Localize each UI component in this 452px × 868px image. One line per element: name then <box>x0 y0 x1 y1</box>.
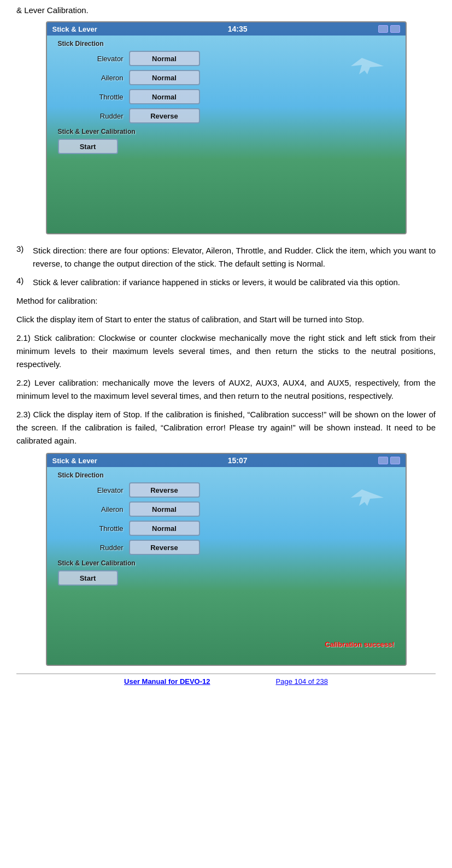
device-screenshot-2: Stick & Lever 15:07 Stick Direction Elev… <box>46 453 407 666</box>
device-screenshot-1: Stick & Lever 14:35 Stick Direction Elev… <box>46 21 407 234</box>
screen1-btn-2[interactable]: Normal <box>129 89 200 104</box>
screen2-section-title: Stick Direction <box>58 471 395 479</box>
page-title: & Lever Calibration. <box>16 5 436 15</box>
screen2-start-button[interactable]: Start <box>58 570 118 586</box>
screen1-label-0: Elevator <box>58 55 129 63</box>
screen2-label-1: Aileron <box>58 505 129 513</box>
item4-text: Stick & lever calibration: if variance h… <box>33 276 436 289</box>
footer-manual-label: User Manual for DEVO-12 <box>124 677 210 686</box>
screen1-time: 14:35 <box>228 25 248 33</box>
method-header: Method for calibration: <box>16 294 436 308</box>
screen2-row-1: Aileron Normal <box>58 501 395 517</box>
screen1-btn-3[interactable]: Reverse <box>129 108 200 123</box>
screen2-row-2: Throttle Normal <box>58 521 395 536</box>
screen1-label-2: Throttle <box>58 93 129 101</box>
signal-icon <box>390 25 400 33</box>
plane-decoration-icon <box>345 55 389 77</box>
screen1-row-0: Elevator Normal <box>58 51 395 66</box>
screen2-label-0: Elevator <box>58 486 129 494</box>
item3-num: 3) <box>16 244 28 270</box>
screen1-start-button[interactable]: Start <box>58 139 118 154</box>
screen1-body: Stick Direction Elevator Normal Aileron … <box>47 36 406 158</box>
screen2-btn-0[interactable]: Reverse <box>129 482 200 498</box>
screen2-time: 15:07 <box>228 456 248 465</box>
paragraph-3: 3) Stick direction: there are four optio… <box>16 244 436 270</box>
item3-text: Stick direction: there are four options:… <box>33 244 436 270</box>
signal-icon-2 <box>390 457 400 464</box>
plane-decoration-icon-2 <box>345 487 389 509</box>
screen2-calibration-title: Stick & Lever Calibration <box>58 559 395 567</box>
screen2-body: Stick Direction Elevator Reverse Aileron… <box>47 467 406 590</box>
screen1-row-1: Aileron Normal <box>58 70 395 85</box>
item4-num: 4) <box>16 276 28 289</box>
screen2-row-0: Elevator Reverse <box>58 482 395 498</box>
screen2-btn-3[interactable]: Reverse <box>129 540 200 555</box>
calibration-success-msg: Calibration success! <box>325 640 394 648</box>
screen1-btn-0[interactable]: Normal <box>129 51 200 66</box>
screen1-section-title: Stick Direction <box>58 40 395 48</box>
screen2-btn-2[interactable]: Normal <box>129 521 200 536</box>
screen2-row-3: Rudder Reverse <box>58 540 395 555</box>
screen1-header: Stick & Lever 14:35 <box>47 22 406 36</box>
screen2-btn-1[interactable]: Normal <box>129 501 200 517</box>
screen1-btn-1[interactable]: Normal <box>129 70 200 85</box>
screen2-title: Stick & Lever <box>52 457 97 465</box>
screen2-icons <box>378 457 400 464</box>
page-content: & Lever Calibration. Stick & Lever 14:35… <box>16 5 436 686</box>
screen2-label-2: Throttle <box>58 524 129 533</box>
screen1-row-3: Rudder Reverse <box>58 108 395 123</box>
p23-text: 2.3) Click the display item of Stop. If … <box>16 408 436 447</box>
click-start-text: Click the display item of Start to enter… <box>16 313 436 326</box>
screen1-label-3: Rudder <box>58 112 129 120</box>
screen1-icons <box>378 25 400 33</box>
battery-icon <box>378 25 388 33</box>
paragraph-4: 4) Stick & lever calibration: if varianc… <box>16 276 436 289</box>
screen2-header: Stick & Lever 15:07 <box>47 454 406 467</box>
p22-text: 2.2) Lever calibration: mechanically mov… <box>16 376 436 403</box>
battery-icon-2 <box>378 457 388 464</box>
screen1-calibration-title: Stick & Lever Calibration <box>58 128 395 135</box>
p21-text: 2.1) Stick calibration: Clockwise or cou… <box>16 332 436 371</box>
screen1-title: Stick & Lever <box>52 25 97 33</box>
screen1-label-1: Aileron <box>58 74 129 82</box>
page-footer: User Manual for DEVO-12 Page 104 of 238 <box>16 674 436 686</box>
screen1-row-2: Throttle Normal <box>58 89 395 104</box>
footer-page-number: Page 104 of 238 <box>276 677 328 686</box>
screen2-label-3: Rudder <box>58 544 129 552</box>
